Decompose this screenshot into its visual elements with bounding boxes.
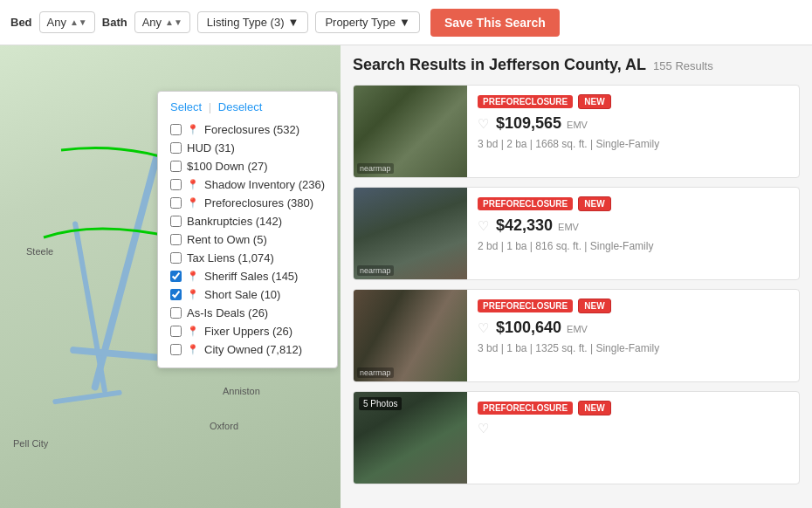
price-tag-2: EMV: [567, 324, 588, 334]
dropdown-item[interactable]: 📍Fixer Uppers (26): [170, 322, 325, 340]
save-search-button[interactable]: Save This Search: [430, 9, 560, 37]
dropdown-checkbox-12[interactable]: [170, 344, 182, 355]
new-badge-1: NEW: [578, 196, 610, 211]
heart-icon-2[interactable]: ♡: [478, 320, 489, 336]
new-badge-2: NEW: [578, 299, 610, 313]
dropdown-item[interactable]: 📍Foreclosures (532): [170, 120, 325, 139]
dropdown-checkbox-9[interactable]: [170, 289, 182, 300]
dropdown-item[interactable]: 📍Preforeclosures (380): [170, 194, 325, 212]
dropdown-item-label-1: HUD (31): [187, 141, 235, 154]
preforeclosure-badge-3: PREFORECLOSURE: [478, 402, 573, 415]
price-1: $42,330: [496, 216, 553, 235]
price-tag-0: EMV: [567, 120, 588, 130]
listing-type-button[interactable]: Listing Type (3) ▼: [197, 11, 309, 33]
dropdown-item[interactable]: As-Is Deals (26): [170, 304, 325, 322]
dropdown-checkbox-5[interactable]: [170, 216, 182, 227]
dropdown-item-label-3: Shadow Inventory (236): [204, 178, 325, 191]
dropdown-checkbox-10[interactable]: [170, 307, 182, 319]
price-2: $100,640: [496, 319, 561, 337]
new-badge-0: NEW: [578, 94, 610, 109]
map-label-oxford: Oxford: [210, 421, 238, 431]
dropdown-item[interactable]: $100 Down (27): [170, 157, 325, 175]
dropdown-item[interactable]: Tax Liens (1,074): [170, 249, 325, 267]
main-layout: Steele Jacksonville Anniston Oxford Pell…: [0, 45, 812, 508]
dropdown-item-label-0: Foreclosures (532): [204, 123, 299, 136]
dropdown-item-icon-11: 📍: [187, 326, 199, 337]
bath-arrow-icon: ▲▼: [165, 17, 182, 27]
dropdown-item-icon-3: 📍: [187, 179, 199, 190]
dropdown-item-icon-12: 📍: [187, 344, 199, 355]
link-divider: |: [209, 100, 215, 113]
select-link[interactable]: Select: [170, 100, 202, 113]
dropdown-item[interactable]: 📍Shadow Inventory (236): [170, 175, 325, 194]
dropdown-links: Select | Deselect: [170, 100, 325, 113]
results-header: Search Results in Jefferson County, AL 1…: [353, 56, 800, 74]
price-row-2: ♡$100,640EMV: [478, 319, 788, 337]
nearmap-label-2: nearmap: [357, 367, 394, 378]
card-details-2: 3 bd | 1 ba | 1325 sq. ft. | Single-Fami…: [478, 342, 788, 354]
property-card-2[interactable]: nearmapPREFORECLOSURENEW♡$100,640EMV3 bd…: [353, 289, 800, 382]
dropdown-checkbox-1[interactable]: [170, 142, 182, 154]
card-info-3: PREFORECLOSURENEW♡: [467, 392, 799, 484]
heart-icon-3[interactable]: ♡: [478, 421, 489, 436]
preforeclosure-badge-0: PREFORECLOSURE: [478, 95, 573, 108]
card-top-0: PREFORECLOSURENEW: [478, 94, 788, 109]
nearmap-label-1: nearmap: [357, 265, 394, 276]
card-image-2: nearmap: [354, 290, 467, 381]
dropdown-item-label-8: Sheriff Sales (145): [204, 270, 298, 283]
map-label-anniston: Anniston: [223, 386, 260, 396]
preforeclosure-badge-2: PREFORECLOSURE: [478, 299, 573, 312]
card-details-0: 3 bd | 2 ba | 1668 sq. ft. | Single-Fami…: [478, 138, 788, 150]
results-count: 155 Results: [653, 59, 713, 72]
dropdown-item-label-2: $100 Down (27): [187, 160, 268, 173]
dropdown-item-label-5: Bankruptcies (142): [187, 215, 282, 228]
deselect-link[interactable]: Deselect: [218, 100, 263, 113]
river-4: [52, 389, 122, 404]
dropdown-item-icon-0: 📍: [187, 124, 199, 135]
bath-select[interactable]: Any ▲▼: [134, 11, 190, 33]
dropdown-item-icon-9: 📍: [187, 289, 199, 300]
property-type-button[interactable]: Property Type ▼: [315, 11, 420, 33]
bath-value: Any: [142, 16, 162, 29]
preforeclosure-badge-1: PREFORECLOSURE: [478, 197, 573, 210]
card-info-1: PREFORECLOSURENEW♡$42,330EMV2 bd | 1 ba …: [467, 188, 799, 279]
dropdown-item[interactable]: 📍Short Sale (10): [170, 285, 325, 304]
property-card-0[interactable]: nearmapPREFORECLOSURENEW♡$109,565EMV3 bd…: [353, 85, 800, 178]
card-top-3: PREFORECLOSURENEW: [478, 401, 788, 415]
bed-label: Bed: [10, 16, 32, 29]
bed-value: Any: [47, 16, 66, 29]
dropdown-item-label-6: Rent to Own (5): [187, 233, 267, 246]
dropdown-item[interactable]: HUD (31): [170, 139, 325, 157]
card-info-0: PREFORECLOSURENEW♡$109,565EMV3 bd | 2 ba…: [467, 86, 799, 177]
dropdown-item-label-12: City Owned (7,812): [204, 343, 302, 356]
dropdown-item[interactable]: Rent to Own (5): [170, 230, 325, 249]
card-top-1: PREFORECLOSURENEW: [478, 196, 788, 211]
bed-select[interactable]: Any ▲▼: [39, 11, 95, 33]
card-info-2: PREFORECLOSURENEW♡$100,640EMV3 bd | 1 ba…: [467, 290, 799, 381]
price-0: $109,565: [496, 114, 561, 133]
price-tag-1: EMV: [558, 222, 579, 232]
dropdown-checkbox-7[interactable]: [170, 252, 182, 264]
property-type-label: Property Type: [325, 16, 396, 29]
property-card-1[interactable]: nearmapPREFORECLOSURENEW♡$42,330EMV2 bd …: [353, 187, 800, 280]
heart-icon-0[interactable]: ♡: [478, 116, 489, 132]
heart-icon-1[interactable]: ♡: [478, 218, 489, 234]
dropdown-checkbox-2[interactable]: [170, 161, 182, 172]
dropdown-checkbox-0[interactable]: [170, 124, 182, 135]
bath-label: Bath: [102, 16, 127, 29]
dropdown-checkbox-11[interactable]: [170, 326, 182, 337]
dropdown-checkbox-3[interactable]: [170, 179, 182, 190]
dropdown-checkbox-4[interactable]: [170, 197, 182, 209]
dropdown-item-icon-4: 📍: [187, 197, 199, 209]
dropdown-item-label-7: Tax Liens (1,074): [187, 251, 274, 264]
dropdown-checkbox-6[interactable]: [170, 234, 182, 245]
card-image-3: 5 Photos: [354, 392, 467, 484]
dropdown-item-label-11: Fixer Uppers (26): [204, 325, 292, 338]
dropdown-item[interactable]: 📍City Owned (7,812): [170, 340, 325, 359]
map-label-steele: Steele: [26, 246, 53, 257]
dropdown-item[interactable]: Bankruptcies (142): [170, 212, 325, 230]
dropdown-item[interactable]: 📍Sheriff Sales (145): [170, 267, 325, 285]
property-card-3[interactable]: 5 PhotosPREFORECLOSURENEW♡: [353, 391, 800, 484]
dropdown-checkbox-8[interactable]: [170, 271, 182, 282]
results-title: Search Results in Jefferson County, AL: [353, 56, 646, 74]
